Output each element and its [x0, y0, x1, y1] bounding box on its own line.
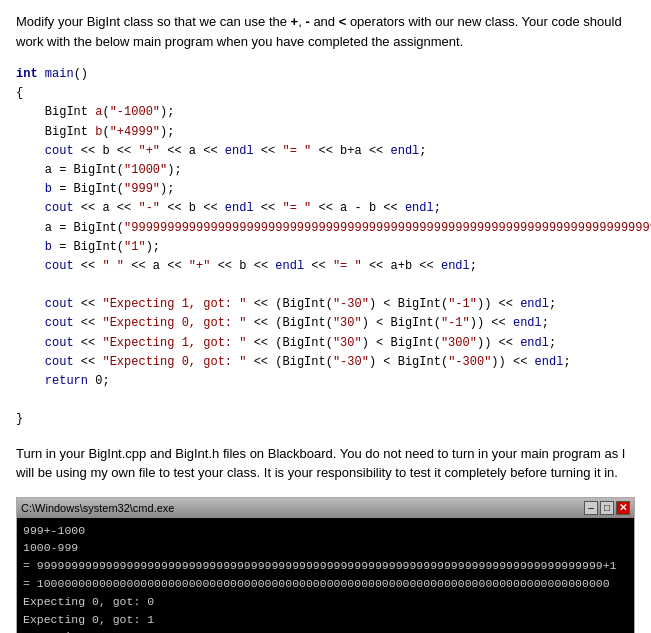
intro-text: Modify your BigInt class so that we can …: [16, 12, 635, 51]
terminal-title: C:\Windows\system32\cmd.exe: [21, 502, 174, 514]
terminal-controls: – □ ✕: [584, 501, 630, 515]
term-line-6: Expecting 0, got: 1: [23, 611, 628, 629]
outro-paragraph: Turn in your BigInt.cpp and BigInt.h fil…: [16, 444, 635, 483]
term-line-2: 1000-999: [23, 539, 628, 557]
intro-paragraph: Modify your BigInt class so that we can …: [16, 12, 635, 51]
close-button[interactable]: ✕: [616, 501, 630, 515]
terminal-titlebar: C:\Windows\system32\cmd.exe – □ ✕: [17, 498, 634, 518]
term-line-4: = 10000000000000000000000000000000000000…: [23, 575, 628, 593]
code-block: int main() { BigInt a("-1000"); BigInt b…: [16, 65, 635, 430]
terminal-body: 999+-1000 1000-999 = 9999999999999999999…: [17, 518, 634, 633]
term-line-7: Expecting 1, got: 0: [23, 628, 628, 633]
terminal-window: C:\Windows\system32\cmd.exe – □ ✕ 999+-1…: [16, 497, 635, 633]
term-line-1: 999+-1000: [23, 522, 628, 540]
minimize-button[interactable]: –: [584, 501, 598, 515]
term-line-3: = 99999999999999999999999999999999999999…: [23, 557, 628, 575]
outro-text: Turn in your BigInt.cpp and BigInt.h fil…: [16, 444, 635, 483]
maximize-button[interactable]: □: [600, 501, 614, 515]
term-line-5: Expecting 0, got: 0: [23, 593, 628, 611]
